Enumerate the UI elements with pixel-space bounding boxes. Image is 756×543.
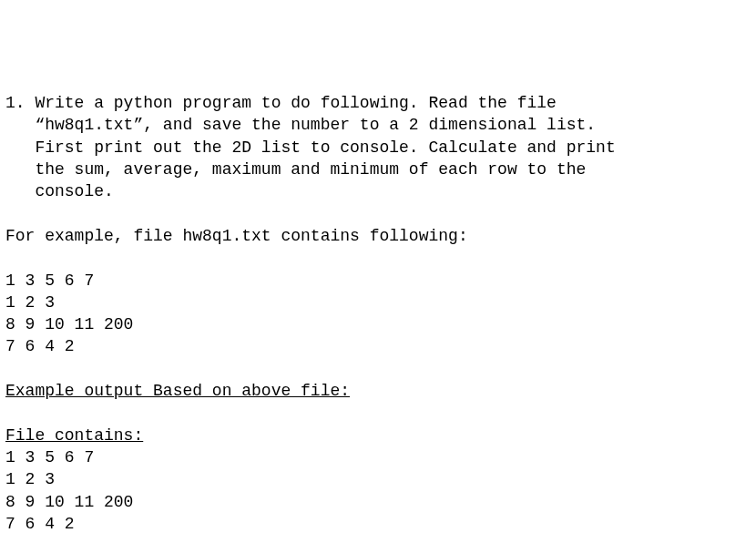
question-line-4: the sum, average, maximum and minimum of…	[5, 160, 586, 179]
example-intro: For example, file hw8q1.txt contains fol…	[5, 227, 468, 245]
file-line-4: 7 6 4 2	[5, 337, 75, 355]
file-line-3: 8 9 10 11 200	[5, 315, 133, 333]
file-line-2: 1 2 3	[5, 293, 55, 312]
output-header: File contains:	[5, 426, 143, 445]
question-line-3: First print out the 2D list to console. …	[5, 138, 616, 157]
output-line-1: 1 3 5 6 7	[5, 448, 94, 466]
example-output-heading: Example output Based on above file:	[5, 382, 350, 400]
file-line-1: 1 3 5 6 7	[5, 272, 94, 290]
output-line-3: 8 9 10 11 200	[5, 493, 133, 511]
question-line-2: “hw8q1.txt”, and save the number to a 2 …	[5, 116, 596, 134]
output-line-4: 7 6 4 2	[5, 515, 75, 533]
output-line-2: 1 2 3	[5, 470, 55, 488]
question-line-1: 1. Write a python program to do followin…	[5, 94, 557, 112]
question-line-5: console.	[5, 182, 114, 200]
